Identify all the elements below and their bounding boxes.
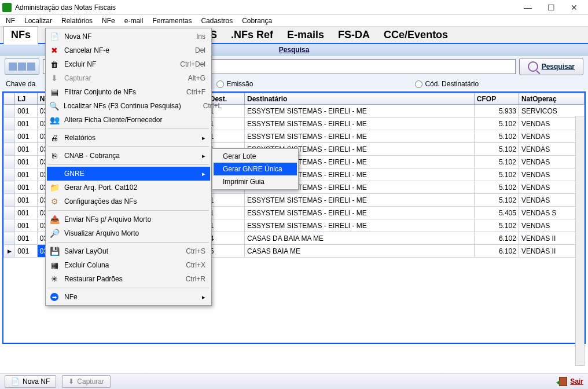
menu-item[interactable]: Excluir ColunaCtrl+X xyxy=(47,258,210,272)
menu-item[interactable]: NFe xyxy=(47,290,210,304)
menu-item-label: Cancelar NF-e xyxy=(64,46,173,54)
statusbar-nova-nf[interactable]: 📄 Nova NF xyxy=(5,375,56,388)
menu-item[interactable]: Gerar Arq. Port. Cat102 xyxy=(47,181,210,195)
ic-save-icon xyxy=(49,246,60,256)
cell-nat: VENDAS xyxy=(519,130,584,143)
cell-nat: SERVICOS xyxy=(519,105,584,118)
submenu-arrow-icon xyxy=(193,170,205,178)
menu-item[interactable]: Visualizar Arquivo Morto xyxy=(47,226,210,240)
menu-cobranca[interactable]: Cobrança xyxy=(238,16,275,26)
cell-nat: VENDAS xyxy=(519,118,584,130)
submenu-item[interactable]: Gerar GNRE Única xyxy=(214,163,297,175)
menu-item-label: Excluir NF xyxy=(64,60,158,68)
statusbar: 📄 Nova NF ⬇ Capturar Sair xyxy=(0,373,588,389)
menu-shortcut: Alt+G xyxy=(171,74,205,82)
menu-item[interactable]: Nova NFIns xyxy=(47,30,210,43)
tab-cce[interactable]: CCe/Eventos xyxy=(377,27,455,43)
menu-item[interactable]: Configurações das NFs xyxy=(47,195,210,208)
menu-item-label: NFe xyxy=(64,293,188,301)
tab-emails[interactable]: E-mails xyxy=(280,27,331,43)
col-nat[interactable]: NatOperaç xyxy=(519,93,584,105)
cell-lj: 001 xyxy=(15,181,38,194)
statusbar-sair[interactable]: Sair xyxy=(559,377,583,386)
menu-item[interactable]: CNAB - Cobrança xyxy=(47,149,210,163)
menu-item-label: CNAB - Cobrança xyxy=(64,152,188,160)
row-marker xyxy=(4,219,15,232)
chave-label: Chave da xyxy=(6,80,35,88)
menu-item[interactable]: GNRE xyxy=(47,167,210,181)
menu-item-label: Visualizar Arquivo Morto xyxy=(64,229,183,237)
tab-fsda[interactable]: FS-DA xyxy=(331,27,377,43)
cell-lj: 001 xyxy=(15,232,38,245)
menu-nfe[interactable]: NFe xyxy=(98,16,119,26)
submenu-item[interactable]: Imprimir Guia xyxy=(214,175,297,188)
menu-item[interactable]: Restaurar PadrõesCtrl+R xyxy=(47,272,210,286)
submenu-item[interactable]: Gerar Lote xyxy=(214,150,297,163)
close-button[interactable]: ✕ xyxy=(563,1,586,14)
menu-shortcut: Ctrl+Del xyxy=(163,60,205,68)
tab-nfs[interactable]: NFs xyxy=(3,26,38,45)
menu-item[interactable]: Cancelar NF-eDel xyxy=(47,43,210,57)
cell-dest: ESSYSTEM SISTEMAS - EIRELI - ME xyxy=(245,118,475,130)
col-cfop[interactable]: CFOP xyxy=(474,93,519,105)
col-lj[interactable]: LJ xyxy=(15,93,38,105)
menu-item[interactable]: CapturarAlt+G xyxy=(47,71,210,85)
ic-nfe-icon xyxy=(49,292,60,302)
cell-lj: 001 xyxy=(15,143,38,156)
menu-item[interactable]: Relatórios xyxy=(47,131,210,145)
cell-cfop: 5.102 xyxy=(474,168,519,181)
cell-lj: 001 xyxy=(15,219,38,232)
radio-emissao[interactable]: Emissão xyxy=(216,80,253,88)
ic-new-icon xyxy=(49,31,60,42)
row-marker xyxy=(4,105,15,118)
ic-view-icon xyxy=(49,228,60,238)
cell-cfop: 5.102 xyxy=(474,181,519,194)
cell-nat: VENDAS xyxy=(519,194,584,207)
search-button-label: Pesquisar xyxy=(542,63,575,71)
cell-lj: 001 xyxy=(15,130,38,143)
cell-nat: VENDAS xyxy=(519,168,584,181)
ic-filter-icon xyxy=(49,87,60,97)
maximize-button[interactable]: ☐ xyxy=(539,1,563,14)
statusbar-capturar[interactable]: ⬇ Capturar xyxy=(62,375,111,388)
menu-item[interactable]: Salvar LayOutCtrl+S xyxy=(47,244,210,258)
cell-cfop: 5.102 xyxy=(474,118,519,130)
cell-nat: VENDAS xyxy=(519,143,584,156)
cell-nat: VENDAS xyxy=(519,219,584,232)
submenu-arrow-icon xyxy=(193,293,205,301)
cell-cfop: 5.102 xyxy=(474,130,519,143)
menu-email[interactable]: e-mail xyxy=(121,16,147,26)
cell-nat: VENDAS II xyxy=(519,232,584,245)
menu-item[interactable]: Enviar NFs p/ Arquivo Morto xyxy=(47,212,210,226)
col-dest[interactable]: Destinatário xyxy=(245,93,475,105)
menu-item[interactable]: Altera Ficha Cliente/Fornecedor xyxy=(47,113,210,127)
menu-nf[interactable]: NF xyxy=(2,16,19,26)
menu-localizar[interactable]: Localizar xyxy=(21,16,56,26)
menu-item[interactable]: Filtrar Conjunto de NFsCtrl+F xyxy=(47,85,210,99)
menu-item[interactable]: Excluir NFCtrl+Del xyxy=(47,57,210,71)
cell-cfop: 6.102 xyxy=(474,245,519,258)
radio-coddest[interactable]: Cód. Destinatário xyxy=(415,80,479,88)
menu-ferramentas[interactable]: Ferramentas xyxy=(149,16,195,26)
radio-coddest-input[interactable] xyxy=(415,80,422,88)
search-button[interactable]: Pesquisar xyxy=(519,58,583,75)
radio-emissao-input[interactable] xyxy=(216,80,224,88)
menu-item-label: Salvar LayOut xyxy=(64,247,164,255)
minimize-button[interactable]: — xyxy=(516,1,539,14)
menu-item-label: Localizar NFs (F3 Continua Pesquisa) xyxy=(64,102,181,110)
menu-shortcut: Del xyxy=(178,46,205,54)
menu-separator xyxy=(48,146,209,147)
menu-cadastros[interactable]: Cadastros xyxy=(197,16,236,26)
row-marker xyxy=(4,194,15,207)
menu-item[interactable]: Localizar NFs (F3 Continua Pesquisa)Ctrl… xyxy=(47,99,210,113)
cell-lj: 001 xyxy=(15,194,38,207)
tab-nfsref[interactable]: .NFs Ref xyxy=(224,27,280,43)
menu-relatorios[interactable]: Relatórios xyxy=(58,16,96,26)
vertical-scrollbar[interactable] xyxy=(575,116,585,366)
row-marker xyxy=(4,143,15,156)
col-marker xyxy=(4,93,15,105)
menu-item-label: Relatórios xyxy=(64,134,188,142)
cell-cfop: 5.102 xyxy=(474,143,519,156)
mini-toolbar[interactable] xyxy=(5,58,39,75)
cell-lj: 001 xyxy=(15,118,38,130)
